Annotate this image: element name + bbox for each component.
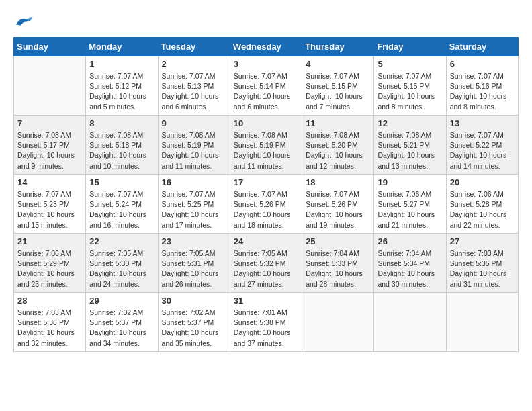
day-number: 7 — [17, 118, 82, 128]
sunset-text: Sunset: 5:14 PM — [234, 81, 298, 91]
header-saturday: Saturday — [446, 38, 518, 56]
sunrise-text: Sunrise: 7:07 AM — [306, 189, 370, 199]
sunset-text: Sunset: 5:27 PM — [378, 199, 442, 210]
day-number: 27 — [450, 236, 515, 246]
daylight-text: Daylight: 10 hours and 35 minutes. — [162, 328, 226, 348]
daylight-text: Daylight: 10 hours and 7 minutes. — [306, 91, 370, 111]
calendar-cell: 18Sunrise: 7:07 AMSunset: 5:26 PMDayligh… — [302, 175, 374, 234]
sunset-text: Sunset: 5:35 PM — [450, 259, 515, 269]
daylight-text: Daylight: 10 hours and 9 minutes. — [17, 150, 82, 171]
calendar-cell: 27Sunrise: 7:03 AMSunset: 5:35 PMDayligh… — [446, 234, 518, 293]
sunrise-text: Sunrise: 7:07 AM — [162, 71, 226, 81]
sunset-text: Sunset: 5:26 PM — [306, 199, 370, 210]
calendar-cell: 30Sunrise: 7:02 AMSunset: 5:37 PMDayligh… — [158, 293, 230, 352]
sunrise-text: Sunrise: 7:07 AM — [378, 71, 442, 81]
sunrise-text: Sunrise: 7:08 AM — [17, 130, 82, 140]
header-monday: Monday — [86, 38, 158, 56]
day-number: 5 — [378, 59, 442, 69]
daylight-text: Daylight: 10 hours and 18 minutes. — [234, 210, 298, 230]
day-number: 18 — [306, 177, 370, 187]
calendar-cell: 14Sunrise: 7:07 AMSunset: 5:23 PMDayligh… — [14, 175, 86, 234]
sunrise-text: Sunrise: 7:07 AM — [450, 71, 515, 81]
sunset-text: Sunset: 5:18 PM — [89, 140, 154, 150]
day-info: Sunrise: 7:08 AMSunset: 5:17 PMDaylight:… — [17, 130, 82, 171]
calendar-week-row: 1Sunrise: 7:07 AMSunset: 5:12 PMDaylight… — [14, 56, 519, 116]
daylight-text: Daylight: 10 hours and 21 minutes. — [378, 210, 442, 230]
day-info: Sunrise: 7:05 AMSunset: 5:32 PMDaylight:… — [234, 248, 298, 289]
day-info: Sunrise: 7:07 AMSunset: 5:15 PMDaylight:… — [306, 71, 370, 112]
day-number: 15 — [89, 177, 154, 187]
daylight-text: Daylight: 10 hours and 31 minutes. — [450, 269, 515, 289]
daylight-text: Daylight: 10 hours and 27 minutes. — [234, 269, 298, 289]
sunset-text: Sunset: 5:12 PM — [89, 81, 154, 91]
calendar-cell — [14, 56, 86, 116]
daylight-text: Daylight: 10 hours and 15 minutes. — [17, 210, 82, 230]
sunrise-text: Sunrise: 7:01 AM — [234, 308, 298, 318]
day-number: 16 — [162, 177, 226, 187]
day-number: 14 — [17, 177, 82, 187]
sunset-text: Sunset: 5:21 PM — [378, 140, 442, 150]
calendar-cell: 21Sunrise: 7:06 AMSunset: 5:29 PMDayligh… — [14, 234, 86, 293]
calendar-cell: 3Sunrise: 7:07 AMSunset: 5:14 PMDaylight… — [230, 56, 302, 116]
daylight-text: Daylight: 10 hours and 37 minutes. — [234, 328, 298, 348]
calendar-header-row: SundayMondayTuesdayWednesdayThursdayFrid… — [14, 38, 519, 56]
calendar-cell: 23Sunrise: 7:05 AMSunset: 5:31 PMDayligh… — [158, 234, 230, 293]
sunset-text: Sunset: 5:36 PM — [17, 318, 82, 328]
day-info: Sunrise: 7:08 AMSunset: 5:20 PMDaylight:… — [306, 130, 370, 171]
daylight-text: Daylight: 10 hours and 26 minutes. — [162, 269, 226, 289]
day-number: 9 — [162, 118, 226, 128]
calendar-cell: 10Sunrise: 7:08 AMSunset: 5:19 PMDayligh… — [230, 116, 302, 175]
day-info: Sunrise: 7:08 AMSunset: 5:21 PMDaylight:… — [378, 130, 442, 171]
sunset-text: Sunset: 5:37 PM — [89, 318, 154, 328]
sunset-text: Sunset: 5:19 PM — [234, 140, 298, 150]
sunset-text: Sunset: 5:20 PM — [306, 140, 370, 150]
header-sunday: Sunday — [14, 38, 86, 56]
sunset-text: Sunset: 5:15 PM — [306, 81, 370, 91]
day-number: 17 — [234, 177, 298, 187]
calendar-cell: 5Sunrise: 7:07 AMSunset: 5:15 PMDaylight… — [374, 56, 446, 116]
day-info: Sunrise: 7:05 AMSunset: 5:30 PMDaylight:… — [89, 248, 154, 289]
sunset-text: Sunset: 5:38 PM — [234, 318, 298, 328]
day-info: Sunrise: 7:08 AMSunset: 5:19 PMDaylight:… — [162, 130, 226, 171]
day-number: 10 — [234, 118, 298, 128]
daylight-text: Daylight: 10 hours and 6 minutes. — [234, 91, 298, 111]
calendar-cell: 26Sunrise: 7:04 AMSunset: 5:34 PMDayligh… — [374, 234, 446, 293]
day-info: Sunrise: 7:07 AMSunset: 5:26 PMDaylight:… — [234, 189, 298, 230]
calendar-cell: 25Sunrise: 7:04 AMSunset: 5:33 PMDayligh… — [302, 234, 374, 293]
header-tuesday: Tuesday — [158, 38, 230, 56]
daylight-text: Daylight: 10 hours and 34 minutes. — [89, 328, 154, 348]
calendar-week-row: 28Sunrise: 7:03 AMSunset: 5:36 PMDayligh… — [14, 293, 519, 352]
day-info: Sunrise: 7:07 AMSunset: 5:14 PMDaylight:… — [234, 71, 298, 112]
calendar-cell: 28Sunrise: 7:03 AMSunset: 5:36 PMDayligh… — [14, 293, 86, 352]
calendar-cell: 4Sunrise: 7:07 AMSunset: 5:15 PMDaylight… — [302, 56, 374, 116]
sunset-text: Sunset: 5:23 PM — [17, 199, 82, 210]
day-number: 21 — [17, 236, 82, 246]
sunrise-text: Sunrise: 7:07 AM — [17, 189, 82, 199]
day-number: 26 — [378, 236, 442, 246]
sunrise-text: Sunrise: 7:07 AM — [234, 71, 298, 81]
header-wednesday: Wednesday — [230, 38, 302, 56]
calendar-cell: 7Sunrise: 7:08 AMSunset: 5:17 PMDaylight… — [14, 116, 86, 175]
day-info: Sunrise: 7:07 AMSunset: 5:25 PMDaylight:… — [162, 189, 226, 230]
sunrise-text: Sunrise: 7:07 AM — [89, 71, 154, 81]
daylight-text: Daylight: 10 hours and 30 minutes. — [378, 269, 442, 289]
day-number: 25 — [306, 236, 370, 246]
day-number: 2 — [162, 59, 226, 69]
day-info: Sunrise: 7:06 AMSunset: 5:27 PMDaylight:… — [378, 189, 442, 230]
daylight-text: Daylight: 10 hours and 13 minutes. — [378, 150, 442, 171]
day-number: 31 — [234, 295, 298, 306]
day-number: 11 — [306, 118, 370, 128]
day-info: Sunrise: 7:06 AMSunset: 5:28 PMDaylight:… — [450, 189, 515, 230]
sunrise-text: Sunrise: 7:08 AM — [89, 130, 154, 140]
sunrise-text: Sunrise: 7:05 AM — [162, 248, 226, 259]
calendar-cell: 2Sunrise: 7:07 AMSunset: 5:13 PMDaylight… — [158, 56, 230, 116]
sunrise-text: Sunrise: 7:04 AM — [306, 248, 370, 259]
sunrise-text: Sunrise: 7:05 AM — [234, 248, 298, 259]
day-number: 28 — [17, 295, 82, 306]
sunrise-text: Sunrise: 7:07 AM — [162, 189, 226, 199]
sunrise-text: Sunrise: 7:02 AM — [162, 308, 226, 318]
calendar-cell: 6Sunrise: 7:07 AMSunset: 5:16 PMDaylight… — [446, 56, 518, 116]
sunset-text: Sunset: 5:26 PM — [234, 199, 298, 210]
daylight-text: Daylight: 10 hours and 5 minutes. — [89, 91, 154, 111]
calendar-cell — [302, 293, 374, 352]
